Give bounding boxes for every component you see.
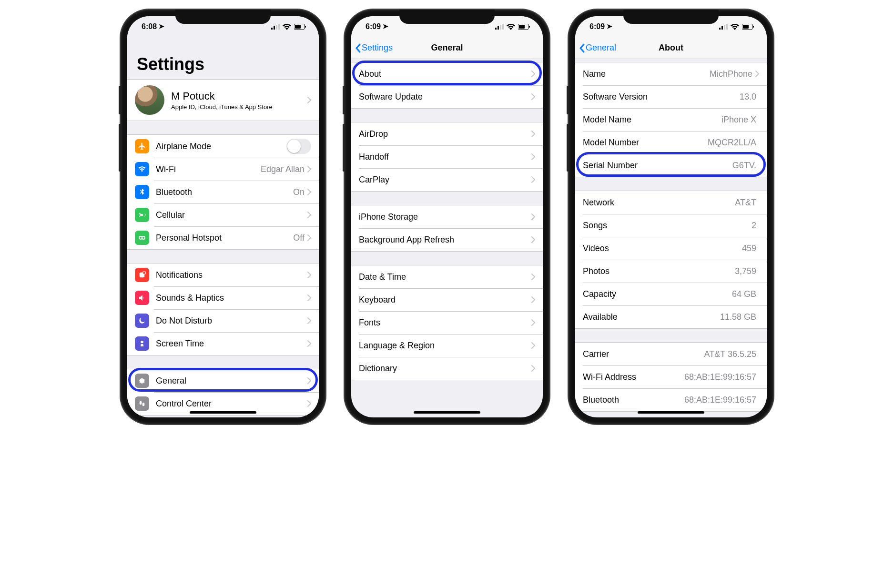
status-time: 6:09➤	[366, 22, 388, 31]
about-content[interactable]: Name MichPhone Software Version13.0 Mode…	[575, 59, 767, 417]
row-sounds[interactable]: Sounds & Haptics	[127, 286, 319, 309]
chevron-right-icon	[307, 317, 311, 324]
row-songs[interactable]: Songs2	[575, 214, 767, 237]
row-keyboard[interactable]: Keyboard	[351, 288, 543, 311]
row-bluetooth-address[interactable]: Bluetooth68:AB:1E:99:16:57	[575, 388, 767, 411]
row-videos[interactable]: Videos459	[575, 237, 767, 260]
chevron-right-icon	[307, 234, 311, 241]
home-indicator[interactable]	[414, 411, 480, 414]
svg-rect-2	[276, 25, 277, 30]
svg-rect-6	[295, 25, 301, 29]
row-wifi[interactable]: Wi-Fi Edgar Allan	[127, 158, 319, 181]
svg-rect-5	[305, 26, 306, 28]
row-capacity[interactable]: Capacity64 GB	[575, 283, 767, 305]
group-device-info: Name MichPhone Software Version13.0 Mode…	[575, 62, 767, 177]
row-software-version[interactable]: Software Version13.0	[575, 85, 767, 108]
row-airplane-mode[interactable]: Airplane Mode	[127, 135, 319, 158]
row-bluetooth[interactable]: Bluetooth On	[127, 181, 319, 203]
location-icon: ➤	[159, 22, 164, 30]
battery-icon	[742, 24, 754, 30]
battery-icon	[518, 24, 530, 30]
row-value: 2	[752, 221, 756, 231]
row-iphone-storage[interactable]: iPhone Storage	[351, 205, 543, 228]
row-date-time[interactable]: Date & Time	[351, 265, 543, 288]
row-handoff[interactable]: Handoff	[351, 145, 543, 168]
home-indicator[interactable]	[638, 411, 704, 414]
row-background-refresh[interactable]: Background App Refresh	[351, 228, 543, 251]
group-addresses: CarrierAT&T 36.5.25 Wi-Fi Address68:AB:1…	[575, 342, 767, 412]
row-carrier[interactable]: CarrierAT&T 36.5.25	[575, 343, 767, 365]
airplane-toggle[interactable]	[286, 139, 311, 154]
settings-content[interactable]: M Potuck Apple ID, iCloud, iTunes & App …	[127, 79, 319, 417]
cellular-icon	[271, 24, 280, 30]
chevron-left-icon	[355, 43, 361, 53]
group-system: General Control Center	[127, 369, 319, 416]
cellular-icon	[719, 24, 728, 30]
group-notifications: Notifications Sounds & Haptics Do Not Di…	[127, 263, 319, 355]
row-general[interactable]: General	[127, 369, 319, 392]
row-label: Keyboard	[359, 295, 531, 305]
back-button[interactable]: General	[579, 43, 616, 53]
chevron-right-icon	[531, 176, 535, 183]
row-value: MichPhone	[710, 69, 752, 79]
row-label: Dictionary	[359, 364, 531, 374]
row-wifi-address[interactable]: Wi-Fi Address68:AB:1E:99:16:57	[575, 365, 767, 388]
apple-id-row[interactable]: M Potuck Apple ID, iCloud, iTunes & App …	[127, 79, 319, 121]
row-notifications[interactable]: Notifications	[127, 264, 319, 286]
row-about[interactable]: About	[351, 62, 543, 85]
row-value: 11.58 GB	[720, 312, 756, 322]
row-available[interactable]: Available11.58 GB	[575, 305, 767, 328]
group-connectivity: Airplane Mode Wi-Fi Edgar Allan Bluetoot…	[127, 134, 319, 250]
row-label: Screen Time	[156, 339, 307, 349]
row-label: iPhone Storage	[359, 212, 531, 222]
nav-title: General	[431, 43, 463, 53]
chevron-right-icon	[307, 340, 311, 347]
row-value: 68:AB:1E:99:16:57	[684, 395, 756, 405]
row-personal-hotspot[interactable]: Personal Hotspot Off	[127, 226, 319, 249]
row-label: Model Number	[583, 138, 708, 148]
location-icon: ➤	[607, 22, 612, 30]
row-label: Songs	[583, 221, 752, 231]
row-label: Capacity	[583, 289, 732, 299]
row-cellular[interactable]: Cellular	[127, 203, 319, 226]
notch	[623, 10, 719, 24]
general-content[interactable]: About Software Update AirDrop Handoff Ca…	[351, 59, 543, 417]
row-dnd[interactable]: Do Not Disturb	[127, 309, 319, 332]
notch	[399, 10, 495, 24]
svg-rect-15	[500, 25, 501, 30]
row-value: 13.0	[740, 92, 756, 102]
status-time: 6:08➤	[142, 22, 164, 31]
wifi-icon	[283, 24, 291, 30]
row-label: Model Name	[583, 115, 721, 125]
wifi-icon	[731, 24, 739, 30]
row-model-number[interactable]: Model NumberMQCR2LL/A	[575, 131, 767, 154]
row-dictionary[interactable]: Dictionary	[351, 357, 543, 380]
row-screentime[interactable]: Screen Time	[127, 332, 319, 355]
row-serial-number[interactable]: Serial NumberG6TV.	[575, 154, 767, 177]
row-fonts[interactable]: Fonts	[351, 311, 543, 334]
row-label: Notifications	[156, 270, 307, 280]
chevron-right-icon	[531, 296, 535, 303]
row-software-update[interactable]: Software Update	[351, 85, 543, 108]
bluetooth-icon	[135, 185, 149, 199]
home-indicator[interactable]	[190, 411, 256, 414]
row-photos[interactable]: Photos3,759	[575, 260, 767, 283]
notch	[175, 10, 271, 24]
row-model-name[interactable]: Model NameiPhone X	[575, 108, 767, 131]
row-name[interactable]: Name MichPhone	[575, 62, 767, 85]
wifi-icon	[135, 162, 149, 176]
group-locale: Date & Time Keyboard Fonts Language & Re…	[351, 265, 543, 380]
svg-rect-0	[271, 28, 273, 30]
row-carplay[interactable]: CarPlay	[351, 168, 543, 191]
screen-settings: 6:08➤ Settings M Potuck Apple ID, iCloud…	[127, 16, 319, 417]
row-network[interactable]: NetworkAT&T	[575, 191, 767, 214]
row-label: Available	[583, 312, 720, 322]
chevron-right-icon	[531, 131, 535, 137]
svg-rect-12	[142, 403, 145, 406]
row-airdrop[interactable]: AirDrop	[351, 122, 543, 145]
back-button[interactable]: Settings	[355, 43, 393, 53]
row-language-region[interactable]: Language & Region	[351, 334, 543, 357]
row-label: Handoff	[359, 152, 531, 162]
general-icon	[135, 374, 149, 388]
svg-rect-14	[498, 26, 499, 30]
